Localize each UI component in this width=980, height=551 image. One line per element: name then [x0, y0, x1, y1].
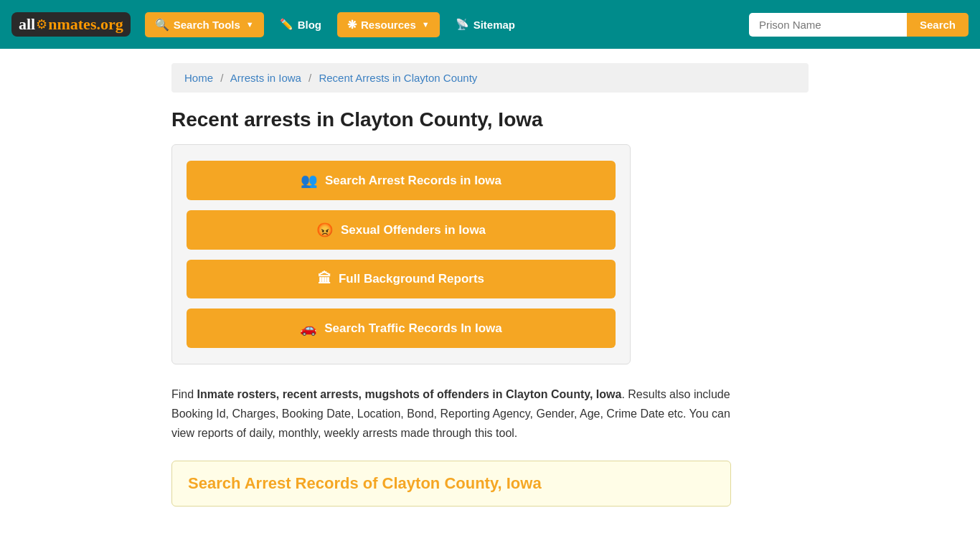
search-tools-icon: 🔍 [155, 18, 169, 32]
page-description: Find Inmate rosters, recent arrests, mug… [171, 385, 731, 443]
blog-button[interactable]: ✏️ Blog [273, 12, 329, 37]
breadcrumb: Home / Arrests in Iowa / Recent Arrests … [171, 63, 809, 93]
breadcrumb-arrests-iowa[interactable]: Arrests in Iowa [230, 72, 301, 84]
search-tools-label: Search Tools [174, 19, 240, 31]
background-icon: 🏛 [318, 271, 331, 287]
offenders-label: Sexual Offenders in Iowa [341, 223, 486, 237]
sitemap-icon: 📡 [456, 18, 469, 31]
logo[interactable]: all ⚙ nmates .org [11, 12, 131, 37]
main-content: Home / Arrests in Iowa / Recent Arrests … [160, 49, 820, 521]
traffic-icon: 🚗 [300, 320, 317, 336]
search-section: Search Arrest Records of Clayton County,… [171, 461, 731, 507]
resources-button[interactable]: ❋ Resources ▼ [337, 12, 440, 37]
sexual-offenders-button[interactable]: 😡 Sexual Offenders in Iowa [187, 210, 616, 250]
search-section-title: Search Arrest Records of Clayton County,… [188, 474, 715, 493]
search-tools-arrow-icon: ▼ [246, 20, 254, 29]
breadcrumb-sep2: / [308, 72, 311, 84]
breadcrumb-sep1: / [220, 72, 223, 84]
sitemap-label: Sitemap [473, 19, 515, 31]
page-title: Recent arrests in Clayton County, Iowa [171, 108, 809, 131]
logo-org: .org [96, 15, 123, 34]
breadcrumb-home[interactable]: Home [184, 72, 213, 84]
action-buttons-box: 👥 Search Arrest Records in Iowa 😡 Sexual… [171, 144, 631, 364]
offenders-icon: 😡 [316, 222, 334, 238]
traffic-label: Search Traffic Records In Iowa [324, 321, 502, 336]
prison-search-input[interactable] [749, 13, 907, 37]
prison-search-button[interactable]: Search [907, 13, 969, 37]
resources-label: Resources [361, 19, 416, 31]
prison-search-label: Search [920, 19, 956, 31]
arrest-records-icon: 👥 [301, 172, 318, 189]
search-tools-button[interactable]: 🔍 Search Tools ▼ [145, 12, 264, 37]
resources-icon: ❋ [347, 18, 357, 32]
header-search-area: Search [749, 13, 969, 37]
traffic-records-button[interactable]: 🚗 Search Traffic Records In Iowa [187, 309, 616, 348]
search-arrest-records-button[interactable]: 👥 Search Arrest Records in Iowa [187, 161, 616, 200]
resources-arrow-icon: ▼ [422, 20, 430, 29]
background-label: Full Background Reports [339, 272, 484, 286]
blog-icon: ✏️ [280, 18, 293, 31]
logo-inmates: nmates [48, 15, 96, 34]
description-bold: Inmate rosters, recent arrests, mugshots… [197, 388, 622, 400]
site-header: all ⚙ nmates .org 🔍 Search Tools ▼ ✏️ Bl… [0, 0, 980, 49]
blog-label: Blog [298, 19, 321, 31]
description-intro: Find [171, 388, 197, 400]
logo-all: all [19, 15, 35, 34]
logo-gear-icon: ⚙ [36, 17, 47, 32]
sitemap-button[interactable]: 📡 Sitemap [448, 12, 522, 37]
background-reports-button[interactable]: 🏛 Full Background Reports [187, 260, 616, 298]
breadcrumb-current: Recent Arrests in Clayton County [319, 72, 477, 84]
arrest-records-label: Search Arrest Records in Iowa [325, 174, 501, 188]
